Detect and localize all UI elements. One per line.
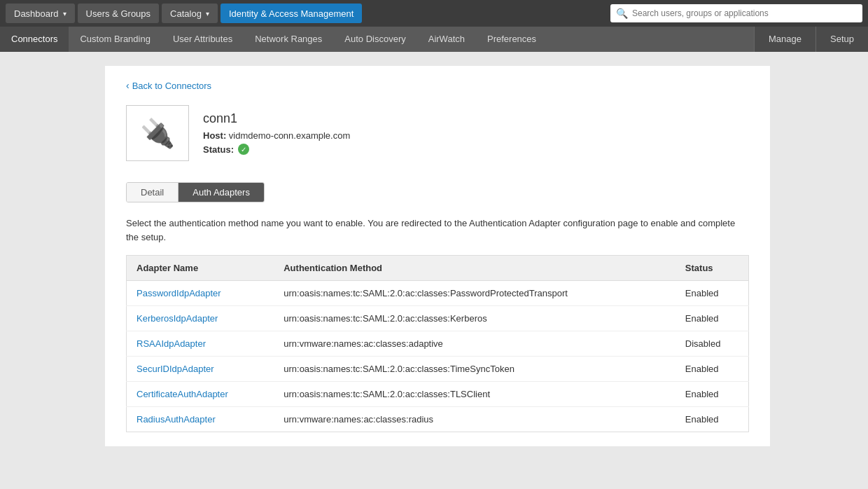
adapter-method-cell: urn:oasis:names:tc:SAML:2.0:ac:classes:K… — [274, 306, 676, 331]
dashboard-button[interactable]: Dashboard ▾ — [6, 4, 75, 23]
connector-details: conn1 Host: vidmdemo-conn.example.com St… — [203, 111, 350, 155]
manage-button[interactable]: Manage — [754, 27, 816, 52]
adapter-name-cell: CertificateAuthAdapter — [127, 382, 274, 407]
auth-adapters-tab[interactable]: Auth Adapters — [178, 183, 264, 202]
main-content: ‹ Back to Connectors 🔌 conn1 Host: vidmd… — [0, 52, 868, 489]
adapter-tabs: Detail Auth Adapters — [126, 182, 265, 202]
adapter-name-cell: KerberosIdpAdapter — [127, 306, 274, 331]
description-text: Select the authentication method name yo… — [126, 216, 749, 244]
adapter-name-link[interactable]: KerberosIdpAdapter — [136, 313, 218, 324]
nav-user-attributes[interactable]: User Attributes — [162, 27, 244, 52]
table-row: RSAAIdpAdapterurn:vmware:names:ac:classe… — [127, 331, 749, 357]
catalog-dropdown-arrow: ▾ — [206, 10, 209, 18]
adapter-method-cell: urn:vmware:names:ac:classes:adaptive — [274, 331, 676, 357]
connector-status-line: Status: — [203, 144, 350, 155]
col-auth-method: Authentication Method — [274, 256, 676, 281]
table-header-row: Adapter Name Authentication Method Statu… — [127, 256, 749, 281]
adapter-name-link[interactable]: PasswordIdpAdapter — [136, 288, 221, 298]
dashboard-dropdown-arrow: ▾ — [63, 10, 66, 18]
setup-button[interactable]: Setup — [816, 27, 868, 52]
adapter-status-cell: Enabled — [676, 306, 749, 331]
adapters-table: Adapter Name Authentication Method Statu… — [126, 255, 749, 432]
nav-preferences[interactable]: Preferences — [476, 27, 547, 52]
adapter-name-cell: PasswordIdpAdapter — [127, 281, 274, 306]
search-input[interactable] — [632, 8, 857, 18]
host-label: Host: — [203, 130, 226, 141]
adapter-status-cell: Enabled — [676, 357, 749, 382]
detail-tab[interactable]: Detail — [127, 183, 178, 202]
adapter-method-cell: urn:oasis:names:tc:SAML:2.0:ac:classes:P… — [274, 281, 676, 306]
content-panel: ‹ Back to Connectors 🔌 conn1 Host: vidmd… — [105, 66, 770, 446]
identity-access-label: Identity & Access Management — [229, 8, 354, 19]
users-groups-label: Users & Groups — [86, 8, 150, 19]
connector-info: 🔌 conn1 Host: vidmdemo-conn.example.com … — [126, 105, 749, 161]
search-icon: 🔍 — [616, 8, 628, 19]
second-nav: Connectors Custom Branding User Attribut… — [0, 27, 868, 52]
nav-airwatch[interactable]: AirWatch — [417, 27, 476, 52]
table-row: KerberosIdpAdapterurn:oasis:names:tc:SAM… — [127, 306, 749, 331]
adapter-status-cell: Enabled — [676, 281, 749, 306]
status-ok-icon — [238, 144, 249, 155]
connector-host-line: Host: vidmdemo-conn.example.com — [203, 130, 350, 141]
table-row: PasswordIdpAdapterurn:oasis:names:tc:SAM… — [127, 281, 749, 306]
back-to-connectors-link[interactable]: ‹ Back to Connectors — [126, 80, 211, 91]
top-nav: Dashboard ▾ Users & Groups Catalog ▾ Ide… — [0, 0, 868, 27]
adapter-method-cell: urn:vmware:names:ac:classes:radius — [274, 407, 676, 432]
adapter-status-cell: Enabled — [676, 407, 749, 432]
adapter-status-cell: Enabled — [676, 382, 749, 407]
table-row: SecurIDIdpAdapterurn:oasis:names:tc:SAML… — [127, 357, 749, 382]
adapter-name-link[interactable]: RSAAIdpAdapter — [136, 338, 206, 349]
catalog-button[interactable]: Catalog ▾ — [162, 4, 218, 23]
back-link-label: Back to Connectors — [132, 81, 211, 91]
col-adapter-name: Adapter Name — [127, 256, 274, 281]
nav-auto-discovery[interactable]: Auto Discovery — [333, 27, 416, 52]
host-value: vidmdemo-conn.example.com — [229, 130, 350, 141]
adapter-name-cell: SecurIDIdpAdapter — [127, 357, 274, 382]
adapter-method-cell: urn:oasis:names:tc:SAML:2.0:ac:classes:T… — [274, 382, 676, 407]
nav-connectors[interactable]: Connectors — [0, 27, 69, 52]
catalog-label: Catalog — [170, 8, 202, 19]
second-nav-right-actions: Manage Setup — [754, 27, 868, 52]
connector-name: conn1 — [203, 111, 350, 126]
dashboard-label: Dashboard — [14, 8, 59, 19]
back-arrow-icon: ‹ — [126, 80, 130, 91]
connector-icon-box: 🔌 — [126, 105, 189, 161]
col-status: Status — [676, 256, 749, 281]
users-groups-button[interactable]: Users & Groups — [78, 4, 159, 23]
status-label: Status: — [203, 144, 234, 155]
search-box: 🔍 — [610, 4, 862, 22]
adapter-name-cell: RSAAIdpAdapter — [127, 331, 274, 357]
adapter-method-cell: urn:oasis:names:tc:SAML:2.0:ac:classes:T… — [274, 357, 676, 382]
table-row: CertificateAuthAdapterurn:oasis:names:tc… — [127, 382, 749, 407]
adapter-name-link[interactable]: CertificateAuthAdapter — [136, 389, 228, 399]
nav-custom-branding[interactable]: Custom Branding — [69, 27, 161, 52]
plug-icon: 🔌 — [140, 117, 175, 150]
adapter-status-cell: Disabled — [676, 331, 749, 357]
adapter-name-link[interactable]: RadiusAuthAdapter — [136, 414, 216, 425]
adapter-name-link[interactable]: SecurIDIdpAdapter — [136, 364, 214, 374]
identity-access-button[interactable]: Identity & Access Management — [220, 4, 362, 23]
nav-network-ranges[interactable]: Network Ranges — [244, 27, 333, 52]
adapter-name-cell: RadiusAuthAdapter — [127, 407, 274, 432]
table-row: RadiusAuthAdapterurn:vmware:names:ac:cla… — [127, 407, 749, 432]
